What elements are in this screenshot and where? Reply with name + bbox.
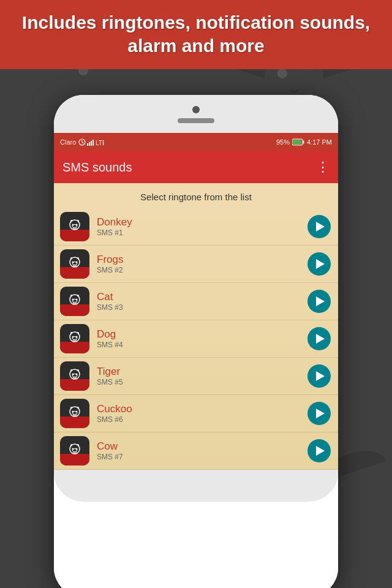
- svg-rect-36: [87, 143, 88, 146]
- wifi-icon: LTE: [96, 138, 104, 146]
- sound-name: Tiger: [97, 366, 307, 378]
- play-button[interactable]: [307, 439, 331, 462]
- list-item: Dog SMS #4: [54, 320, 338, 358]
- sound-name: Cuckoo: [97, 403, 307, 415]
- sound-info: Cat SMS #3: [97, 291, 307, 312]
- play-button[interactable]: [307, 215, 331, 238]
- sound-name: Dog: [97, 328, 307, 341]
- sound-num: SMS #4: [97, 341, 307, 349]
- status-right: 95% 4:17 PM: [276, 138, 332, 146]
- status-icons: LTE: [78, 138, 104, 146]
- svg-point-55: [72, 300, 77, 303]
- list-item: Tiger SMS #5: [54, 358, 338, 395]
- svg-point-63: [72, 374, 77, 377]
- svg-line-35: [82, 142, 83, 143]
- animal-icon: [66, 404, 84, 423]
- svg-text:LTE: LTE: [96, 140, 104, 146]
- carrier-label: Claro: [60, 138, 76, 146]
- sound-info: Cuckoo SMS #6: [97, 403, 307, 424]
- list-item: Frogs SMS #2: [54, 246, 338, 283]
- list-item: Cuckoo SMS #6: [54, 395, 338, 432]
- animal-icon: [66, 367, 84, 385]
- animal-icon: [66, 330, 84, 348]
- animal-icon: [66, 442, 84, 460]
- status-bar: Claro LTE 95% 4:17 PM: [54, 133, 338, 151]
- sound-info: Tiger SMS #5: [97, 366, 307, 386]
- svg-point-47: [72, 225, 77, 228]
- sound-num: SMS #7: [97, 453, 307, 461]
- svg-rect-39: [92, 140, 94, 146]
- sound-icon-5: [60, 399, 89, 428]
- status-left: Claro LTE: [60, 138, 104, 146]
- animal-icon: [66, 255, 84, 273]
- battery-icon: [292, 138, 304, 146]
- sound-icon-6: [60, 436, 89, 466]
- sound-icon-1: [60, 249, 89, 279]
- svg-point-71: [72, 449, 77, 452]
- list-item: Cow SMS #7: [54, 432, 338, 470]
- svg-rect-38: [91, 141, 92, 146]
- sound-icon-4: [60, 361, 89, 391]
- sound-num: SMS #2: [97, 266, 307, 274]
- sound-num: SMS #3: [97, 303, 307, 312]
- sound-name: Cat: [97, 291, 307, 303]
- sound-list: Donkey SMS #1 Frogs SMS #2: [54, 208, 338, 470]
- app-bar: SMS sounds ⋮: [54, 151, 338, 183]
- list-item: Cat SMS #3: [54, 283, 338, 320]
- more-vert-icon[interactable]: ⋮: [316, 159, 330, 175]
- phone-inner: Claro LTE 95% 4:17 PM SMS sounds ⋮: [54, 95, 338, 588]
- sound-num: SMS #6: [97, 415, 307, 424]
- phone-bottom-bar: [54, 470, 338, 502]
- sound-num: SMS #1: [97, 228, 307, 237]
- sound-name: Frogs: [97, 254, 307, 266]
- content-area: Select ringtone from the list Donkey SMS…: [54, 183, 338, 470]
- play-button[interactable]: [307, 290, 331, 313]
- svg-point-51: [72, 262, 77, 265]
- sound-name: Donkey: [97, 216, 307, 228]
- list-item: Donkey SMS #1: [54, 208, 338, 246]
- sound-info: Frogs SMS #2: [97, 254, 307, 274]
- sound-icon-3: [60, 324, 89, 353]
- phone-frame: Claro LTE 95% 4:17 PM SMS sounds ⋮: [54, 95, 338, 588]
- list-header: Select ringtone from the list: [54, 183, 338, 208]
- signal-bar-icon: [87, 138, 94, 146]
- sound-info: Cow SMS #7: [97, 440, 307, 461]
- svg-point-59: [72, 337, 77, 340]
- header-banner: Includes ringtones, notification sounds,…: [0, 0, 392, 69]
- svg-rect-43: [293, 140, 301, 145]
- sound-icon-0: [60, 212, 89, 241]
- svg-point-67: [72, 412, 77, 415]
- animal-icon: [66, 217, 84, 236]
- battery-pct: 95%: [276, 138, 290, 146]
- play-button[interactable]: [307, 402, 331, 425]
- app-bar-title: SMS sounds: [62, 160, 132, 175]
- banner-text: Includes ringtones, notification sounds,…: [12, 11, 380, 57]
- alarm-icon: [78, 138, 86, 146]
- play-button[interactable]: [307, 252, 331, 276]
- svg-point-7: [277, 69, 287, 78]
- speaker-slit: [178, 118, 214, 123]
- svg-rect-37: [89, 142, 90, 146]
- sound-name: Cow: [97, 440, 307, 453]
- sound-icon-2: [60, 287, 89, 316]
- sound-num: SMS #5: [97, 378, 307, 386]
- svg-rect-42: [303, 141, 304, 144]
- animal-icon: [66, 292, 84, 311]
- sound-info: Donkey SMS #1: [97, 216, 307, 237]
- phone-top-bar: [54, 95, 338, 133]
- play-button[interactable]: [307, 327, 331, 350]
- play-button[interactable]: [307, 364, 331, 388]
- sound-info: Dog SMS #4: [97, 328, 307, 349]
- camera-dot: [192, 106, 200, 113]
- time-label: 4:17 PM: [307, 138, 332, 146]
